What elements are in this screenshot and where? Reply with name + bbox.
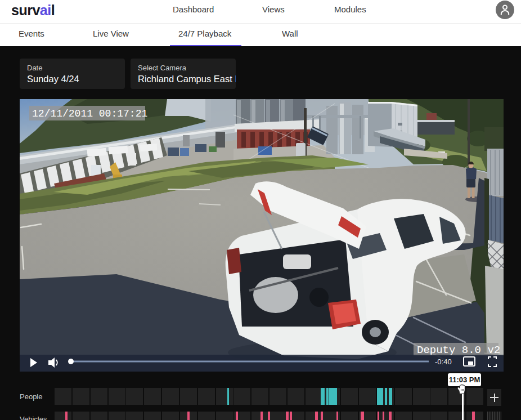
svg-text:Deputy 8.0 v2: Deputy 8.0 v2: [417, 344, 500, 356]
svg-text:-0:40: -0:40: [435, 358, 452, 366]
svg-text:12/11/2011 00:17:21: 12/11/2011 00:17:21: [32, 108, 147, 119]
